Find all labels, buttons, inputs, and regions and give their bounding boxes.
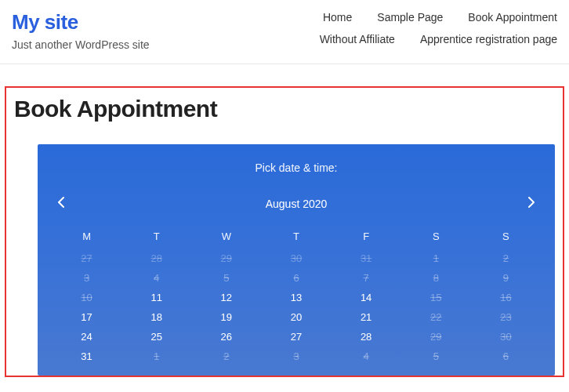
highlighted-region: Book Appointment Pick date & time: Augus… [5, 86, 564, 377]
brand-block: My site Just another WordPress site [12, 11, 150, 51]
calendar-day: 10 [52, 288, 121, 307]
calendar-day: 5 [401, 347, 471, 366]
calendar-day: 23 [471, 307, 541, 327]
calendar-day: 22 [401, 307, 471, 327]
calendar-day[interactable]: 11 [121, 288, 191, 307]
calendar-day: 2 [191, 347, 261, 366]
primary-nav: HomeSample PageBook AppointmentWithout A… [228, 11, 557, 45]
nav-row: HomeSample PageBook Appointment [323, 11, 557, 24]
page-title: Book Appointment [14, 96, 563, 122]
calendar-day: 8 [401, 268, 471, 288]
day-of-week-header: W [191, 226, 261, 249]
current-month-label: August 2020 [71, 198, 522, 210]
calendar-day: 2 [471, 249, 541, 268]
calendar-day[interactable]: 12 [191, 288, 261, 307]
calendar-day[interactable]: 21 [332, 307, 401, 327]
chevron-left-icon [57, 196, 65, 212]
site-title[interactable]: My site [12, 11, 150, 34]
calendar-day: 3 [261, 347, 331, 366]
nav-item[interactable]: Without Affiliate [320, 33, 395, 45]
calendar-day: 28 [121, 249, 191, 268]
appointment-calendar: Pick date & time: August 2020 MTWTFSS272… [38, 144, 555, 376]
calendar-day[interactable]: 18 [121, 307, 191, 327]
calendar-day: 9 [471, 268, 541, 288]
nav-item[interactable]: Book Appointment [468, 11, 557, 24]
calendar-day: 4 [121, 268, 191, 288]
calendar-day: 6 [471, 347, 541, 366]
nav-row: Without AffiliateApprentice registration… [320, 33, 557, 45]
day-of-week-header: T [121, 226, 191, 249]
calendar-day[interactable]: 31 [52, 347, 121, 366]
nav-item[interactable]: Sample Page [377, 11, 443, 24]
calendar-day[interactable]: 19 [191, 307, 261, 327]
prev-month-button[interactable] [52, 194, 71, 213]
site-tagline: Just another WordPress site [12, 38, 150, 51]
calendar-day[interactable]: 28 [332, 327, 401, 347]
calendar-day[interactable]: 14 [332, 288, 401, 307]
calendar-grid: MTWTFSS272829303112345678910111213141516… [52, 226, 541, 366]
calendar-day: 4 [332, 347, 401, 366]
calendar-day[interactable]: 27 [261, 327, 331, 347]
next-month-button[interactable] [522, 194, 541, 213]
calendar-day: 7 [332, 268, 401, 288]
calendar-day[interactable]: 24 [52, 327, 121, 347]
calendar-day: 30 [471, 327, 541, 347]
calendar-day[interactable]: 17 [52, 307, 121, 327]
calendar-day: 6 [261, 268, 331, 288]
calendar-day: 3 [52, 268, 121, 288]
calendar-prompt: Pick date & time: [52, 162, 541, 174]
calendar-day: 29 [401, 327, 471, 347]
calendar-day: 31 [332, 249, 401, 268]
nav-item[interactable]: Home [323, 11, 352, 24]
day-of-week-header: S [401, 226, 471, 249]
calendar-day[interactable]: 25 [121, 327, 191, 347]
calendar-day[interactable]: 13 [261, 288, 331, 307]
calendar-day: 30 [261, 249, 331, 268]
calendar-day: 16 [471, 288, 541, 307]
day-of-week-header: M [52, 226, 121, 249]
day-of-week-header: T [261, 226, 331, 249]
month-navigation: August 2020 [52, 194, 541, 213]
calendar-day: 29 [191, 249, 261, 268]
calendar-day: 27 [52, 249, 121, 268]
site-header: My site Just another WordPress site Home… [0, 0, 569, 64]
calendar-day: 5 [191, 268, 261, 288]
calendar-day[interactable]: 26 [191, 327, 261, 347]
calendar-day[interactable]: 20 [261, 307, 331, 327]
day-of-week-header: S [471, 226, 541, 249]
calendar-day: 1 [121, 347, 191, 366]
chevron-right-icon [527, 196, 535, 212]
nav-item[interactable]: Apprentice registration page [420, 33, 557, 45]
day-of-week-header: F [332, 226, 401, 249]
calendar-day: 1 [401, 249, 471, 268]
calendar-day: 15 [401, 288, 471, 307]
